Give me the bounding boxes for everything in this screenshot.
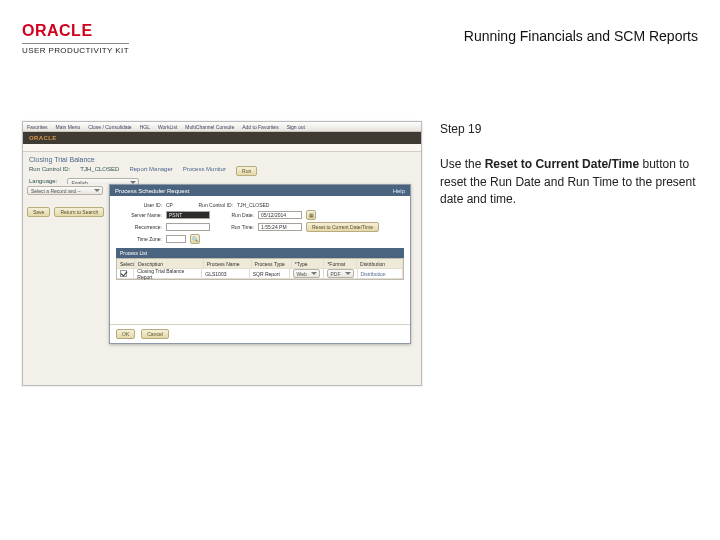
nav-tab[interactable]: HGL [140, 124, 150, 130]
time-zone-input[interactable] [166, 235, 186, 243]
server-name-label: Server Name: [116, 212, 162, 218]
run-control-label: Run Control ID: [177, 202, 233, 208]
reset-datetime-button[interactable]: Reset to Current Date/Time [306, 222, 379, 232]
calendar-icon[interactable]: ▦ [306, 210, 316, 220]
oracle-logo: ORACLE [22, 22, 93, 40]
process-list-header: Process List [116, 248, 404, 258]
return-search-button[interactable]: Return to Search [54, 207, 104, 217]
lookup-icon[interactable]: 🔍 [190, 234, 200, 244]
modal-header: Process Scheduler Request Help [110, 185, 410, 196]
run-time-input[interactable]: 1:55:24 PM [258, 223, 302, 231]
col-type: *Type [292, 259, 325, 269]
topic-title: Running Financials and SCM Reports [464, 28, 698, 44]
modal-footer: OK Cancel [110, 324, 410, 343]
step-text-before: Use the [440, 157, 485, 171]
run-date-label: Run Date: [214, 212, 254, 218]
run-button[interactable]: Run [236, 166, 257, 176]
recurrence-select[interactable] [166, 223, 210, 231]
row-description: Closing Trial Balance Report [134, 269, 202, 279]
grid-data-row: Closing Trial Balance Report GLS1003 SQR… [117, 269, 403, 279]
col-select: Select [117, 259, 135, 269]
run-control-label: Run Control ID: [29, 166, 70, 176]
nav-tab[interactable]: Close / Consolidate [88, 124, 131, 130]
col-distribution: Distribution [357, 259, 403, 269]
row-process-name: GLS1003 [202, 269, 249, 279]
recurrence-label: Recurrence: [116, 224, 162, 230]
nav-tab[interactable]: Sign out [287, 124, 305, 130]
app-screenshot: Favorites Main Menu Close / Consolidate … [22, 121, 422, 386]
row-select-checkbox[interactable] [120, 270, 127, 277]
col-process-name: Process Name [204, 259, 252, 269]
row-distribution-link[interactable]: Distribution [361, 271, 386, 277]
app-nav-tabs: Favorites Main Menu Close / Consolidate … [23, 122, 421, 132]
app-brand-bar: ORACLE [23, 132, 421, 144]
nav-tab[interactable]: MultiChannel Console [185, 124, 234, 130]
brand-subline: USER PRODUCTIVITY KIT [22, 43, 129, 55]
run-time-label: Run Time: [214, 224, 254, 230]
content-area: Favorites Main Menu Close / Consolidate … [0, 61, 720, 540]
server-name-select[interactable]: PSNT [166, 211, 210, 219]
app-sub-bar [23, 144, 421, 152]
screenshot-pane: Favorites Main Menu Close / Consolidate … [22, 121, 422, 518]
run-control-value: TJH_CLOSED [80, 166, 119, 176]
instruction-pane: Step 19 Use the Reset to Current Date/Ti… [440, 61, 698, 518]
nav-tab[interactable]: Add to Favorites [242, 124, 278, 130]
run-date-input[interactable]: 05/12/2014 [258, 211, 302, 219]
oracle-brand: ORACLE USER PRODUCTIVITY KIT [22, 22, 129, 55]
row-format-select[interactable]: PDF [327, 269, 354, 278]
step-text: Use the Reset to Current Date/Time butto… [440, 156, 698, 208]
nav-tab[interactable]: WorkList [158, 124, 177, 130]
help-link[interactable]: Help [393, 188, 405, 194]
run-control-row: Run Control ID: TJH_CLOSED Report Manage… [23, 165, 421, 177]
col-process-type: Process Type [252, 259, 292, 269]
time-zone-label: Time Zone: [116, 236, 162, 242]
nav-tab[interactable]: Favorites [27, 124, 48, 130]
user-id-value: CP [166, 202, 173, 208]
user-id-label: User ID: [116, 202, 162, 208]
step-label: Step 19 [440, 121, 698, 138]
run-control-value: TJH_CLOSED [237, 202, 270, 208]
modal-body: User ID: CP Run Control ID: TJH_CLOSED S… [110, 196, 410, 324]
page-header: ORACLE USER PRODUCTIVITY KIT Running Fin… [0, 0, 720, 61]
process-monitor-link[interactable]: Process Monitor [183, 166, 226, 176]
report-manager-link[interactable]: Report Manager [129, 166, 172, 176]
row-type-select[interactable]: Web [293, 269, 320, 278]
step-text-bold: Reset to Current Date/Time [485, 157, 639, 171]
modal-title: Process Scheduler Request [115, 188, 189, 194]
process-scheduler-modal: Process Scheduler Request Help User ID: … [109, 184, 411, 344]
cancel-button[interactable]: Cancel [141, 329, 169, 339]
col-format: *Format [324, 259, 357, 269]
left-sidebar-strip: Select a Record and – Save Return to Sea… [23, 184, 109, 384]
row-process-type: SQR Report [250, 269, 290, 279]
nav-tab[interactable]: Main Menu [56, 124, 81, 130]
ok-button[interactable]: OK [116, 329, 135, 339]
process-grid: Select Description Process Name Process … [116, 258, 404, 280]
app-page-title: Closing Trial Balance [23, 152, 421, 165]
save-button[interactable]: Save [27, 207, 50, 217]
sidebar-select[interactable]: Select a Record and – [27, 186, 103, 195]
